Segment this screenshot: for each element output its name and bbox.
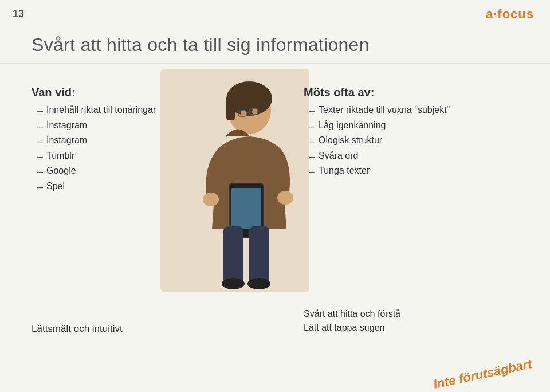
title-divider bbox=[0, 63, 550, 64]
list-item: – Texter riktade till vuxna "subjekt" bbox=[309, 105, 510, 117]
list-item-text: Instagram bbox=[46, 120, 87, 131]
main-title: Svårt att hitta och ta till sig informat… bbox=[32, 34, 370, 56]
brand-logo: a·focus bbox=[486, 7, 534, 22]
bottom-right-line1: Svårt att hitta och förstå bbox=[304, 307, 510, 321]
stamp-text: Inte förutsägbart bbox=[432, 356, 533, 392]
bottom-right-text: Svårt att hitta och förstå Lätt att tapp… bbox=[304, 307, 510, 335]
list-item: – Låg igenkänning bbox=[309, 120, 510, 133]
svg-point-16 bbox=[222, 278, 245, 289]
slide-number: 13 bbox=[13, 8, 24, 20]
right-column: Möts ofta av: – Texter riktade till vuxn… bbox=[304, 86, 510, 181]
list-item-text: Texter riktade till vuxna "subjekt" bbox=[319, 105, 450, 115]
svg-point-9 bbox=[203, 193, 219, 206]
dash-icon: – bbox=[309, 151, 315, 163]
list-item: – Tumblr bbox=[37, 151, 158, 163]
dash-icon: – bbox=[309, 166, 315, 178]
dash-icon: – bbox=[309, 105, 315, 117]
list-item: – Instagram bbox=[37, 120, 158, 133]
list-item-text: Innehåll riktat till tonåringar bbox=[46, 105, 156, 115]
svg-rect-14 bbox=[223, 226, 243, 284]
dash-icon: – bbox=[37, 151, 43, 163]
list-item-text: Spel bbox=[46, 181, 65, 191]
dash-icon: – bbox=[37, 105, 43, 117]
list-item: – Innehåll riktat till tonåringar bbox=[37, 105, 158, 117]
list-item-text: Google bbox=[46, 166, 76, 176]
dash-icon: – bbox=[37, 135, 43, 148]
right-heading: Möts ofta av: bbox=[304, 86, 510, 99]
list-item: – Ologisk struktur bbox=[309, 135, 510, 148]
list-item: – Instagram bbox=[37, 135, 158, 148]
svg-rect-15 bbox=[249, 226, 269, 284]
svg-rect-3 bbox=[226, 97, 235, 120]
person-illustration bbox=[160, 69, 309, 292]
bottom-left-text: Lättsmält och intuitivt bbox=[32, 323, 123, 335]
left-column: Van vid: – Innehåll riktat till tonåring… bbox=[32, 86, 158, 197]
list-item: – Spel bbox=[37, 181, 158, 194]
bottom-right-line2: Lätt att tappa sugen bbox=[304, 321, 510, 335]
list-item-text: Tumblr bbox=[46, 151, 74, 161]
list-item-text: Instagram bbox=[46, 135, 87, 146]
right-bullet-list: – Texter riktade till vuxna "subjekt" – … bbox=[309, 105, 510, 178]
dash-icon: – bbox=[309, 120, 315, 133]
dash-icon: – bbox=[37, 181, 43, 194]
list-item: – Svåra ord bbox=[309, 151, 510, 163]
dash-icon: – bbox=[309, 135, 315, 148]
svg-rect-13 bbox=[231, 188, 261, 229]
list-item-text: Svåra ord bbox=[319, 151, 358, 161]
list-item-text: Ologisk struktur bbox=[319, 135, 382, 146]
svg-point-17 bbox=[247, 278, 270, 289]
dash-icon: – bbox=[37, 166, 43, 178]
svg-point-10 bbox=[277, 191, 293, 205]
left-heading: Van vid: bbox=[32, 86, 158, 99]
list-item-text: Låg igenkänning bbox=[319, 120, 386, 131]
list-item: – Tunga texter bbox=[309, 166, 510, 178]
list-item: – Google bbox=[37, 166, 158, 178]
center-image bbox=[160, 69, 309, 292]
left-bullet-list: – Innehåll riktat till tonåringar – Inst… bbox=[37, 105, 158, 194]
dash-icon: – bbox=[37, 120, 43, 133]
list-item-text: Tunga texter bbox=[319, 166, 370, 176]
